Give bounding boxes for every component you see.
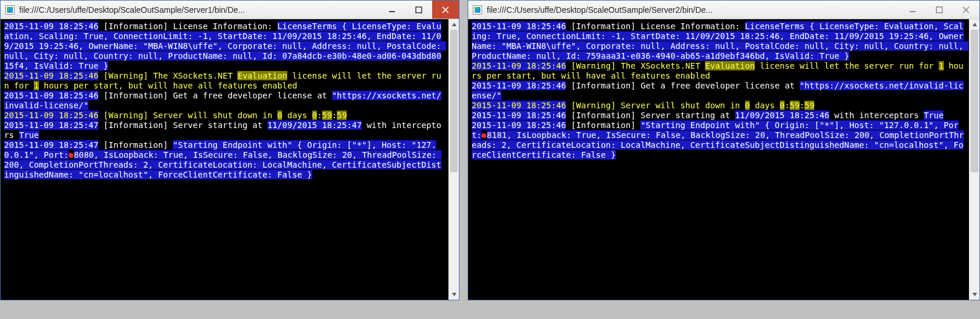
log-text: Server starting at (640, 111, 735, 120)
interceptors-flag: True (19, 130, 39, 140)
svg-marker-10 (972, 23, 977, 26)
vertical-scrollbar[interactable] (448, 19, 459, 300)
log-text: Get a free developer license at (640, 81, 799, 90)
close-button[interactable] (432, 1, 459, 19)
timestamp: 2015-11-09 18:25:46 (4, 71, 98, 80)
console-output-server2: 2015-11-09 18:25:46 [Information] Licens… (468, 19, 969, 300)
license-id: 759aaa31-e036-4940-ab65-a1d9ebf346bd (586, 51, 765, 61)
endpoint-label: "Starting Endpoint with" (640, 120, 760, 130)
log-text: Server will shut down in (153, 111, 277, 120)
log-text: license will let the server run for (755, 61, 939, 70)
scroll-track[interactable] (449, 30, 459, 289)
timestamp: 2015-11-09 18:25:47 (4, 140, 98, 150)
countdown-m: 59 (322, 111, 332, 120)
dot-icon (482, 133, 486, 138)
license-terms-tail: , IsValid: True } (24, 61, 108, 70)
svg-marker-5 (452, 293, 457, 296)
log-level: [Information] (566, 120, 640, 130)
window-server2: file:///C:/Users/uffe/Desktop/ScaleOutSa… (468, 0, 980, 300)
log-text: days (282, 111, 312, 120)
log-text: License Information: (640, 22, 740, 31)
log-level: [Warning] (98, 71, 153, 80)
window-title: file:///C:/Users/uffe/Desktop/ScaleOutSa… (487, 5, 899, 15)
endpoint-label: "Starting Endpoint with" (173, 140, 292, 150)
license-terms-tail: , IsValid: True } (765, 51, 849, 61)
log-text: The XSockets.NET (621, 61, 705, 70)
window-title: file:///C:/Users/uffe/Desktop/ScaleOutSa… (19, 5, 379, 15)
log-level: [Information] (566, 111, 640, 120)
log-text: Get a free developer license at (173, 91, 332, 100)
log-level: [Information] (98, 120, 173, 130)
log-text: hours per start, but will have all featu… (39, 81, 297, 90)
titlebar-server1[interactable]: file:///C:/Users/uffe/Desktop/ScaleOutSa… (1, 1, 459, 19)
scroll-track[interactable] (970, 30, 979, 289)
timestamp: 2015-11-09 18:25:46 (472, 120, 566, 130)
titlebar-server2[interactable]: file:///C:/Users/uffe/Desktop/ScaleOutSa… (468, 1, 979, 19)
svg-marker-4 (452, 23, 457, 26)
vertical-scrollbar[interactable] (969, 19, 979, 300)
timestamp: 2015-11-09 18:25:46 (4, 22, 98, 31)
svg-marker-11 (972, 293, 977, 296)
log-level: [Information] (98, 22, 173, 31)
scroll-up-button[interactable] (970, 19, 979, 30)
scroll-thumb[interactable] (450, 30, 458, 172)
highlight-evaluation: Evaluation (705, 61, 754, 70)
maximize-button[interactable] (926, 1, 953, 19)
timestamp: 2015-11-09 18:25:47 (4, 120, 98, 130)
log-text: days (750, 101, 779, 110)
log-text: Server will shut down in (621, 101, 745, 110)
timestamp: 2015-11-09 18:25:46 (472, 22, 566, 31)
endpoint-port: 8080 (74, 150, 94, 160)
timestamp: 2015-11-09 18:25:46 (472, 111, 566, 120)
timestamp: 2015-11-09 18:25:46 (4, 91, 98, 100)
highlight-hours: 1 (939, 61, 944, 70)
highlight-evaluation: Evaluation (237, 71, 287, 80)
log-level: [Information] (98, 91, 173, 100)
log-level: [Warning] (98, 111, 153, 120)
log-text: License Information: (173, 22, 272, 31)
timestamp: 2015-11-09 18:25:46 (4, 111, 98, 120)
countdown-h: 0 (312, 111, 318, 120)
window-server1: file:///C:/Users/uffe/Desktop/ScaleOutSa… (0, 0, 459, 300)
start-time: 11/09/2015 18:25:46 (735, 111, 829, 120)
scroll-up-button[interactable] (449, 19, 459, 30)
console-area: 2015-11-09 18:25:46 [Information] Licens… (1, 19, 459, 300)
log-text: with interceptors (829, 111, 924, 120)
countdown-s: 59 (804, 101, 814, 110)
console-area: 2015-11-09 18:25:46 [Information] Licens… (468, 19, 979, 300)
interceptors-flag: True (924, 111, 943, 120)
app-icon (473, 5, 482, 15)
log-level: [Information] (566, 22, 640, 31)
minimize-button[interactable] (379, 1, 405, 19)
log-level: [Warning] (566, 101, 621, 110)
log-text: Server starting at (173, 120, 267, 130)
countdown-m: 59 (790, 101, 800, 110)
svg-rect-1 (416, 7, 422, 13)
log-level: [Information] (566, 81, 640, 90)
window-controls (379, 1, 459, 19)
start-time: 11/09/2015 18:25:47 (268, 120, 362, 130)
app-icon (5, 5, 15, 15)
window-controls (899, 1, 979, 19)
log-text: The XSockets.NET (153, 71, 237, 80)
timestamp: 2015-11-09 18:25:46 (472, 101, 566, 110)
countdown-s: 59 (337, 111, 347, 120)
log-level: [Information] (98, 140, 173, 150)
endpoint-port: 8181 (487, 130, 507, 140)
endpoint-props-tail: , IsLoopback: True, IsSecure: False, Bac… (472, 130, 964, 160)
svg-rect-7 (936, 7, 942, 13)
dot-icon (69, 153, 73, 158)
window-gap (459, 0, 468, 319)
console-output-server1: 2015-11-09 18:25:46 [Information] Licens… (1, 19, 448, 300)
timestamp: 2015-11-09 18:25:46 (472, 61, 566, 70)
log-level: [Warning] (566, 61, 621, 70)
timestamp: 2015-11-09 18:25:46 (472, 81, 566, 90)
scroll-down-button[interactable] (970, 289, 979, 300)
countdown-h: 0 (780, 101, 785, 110)
scroll-down-button[interactable] (449, 289, 459, 300)
highlight-hours: 1 (34, 81, 39, 90)
maximize-button[interactable] (405, 1, 432, 19)
scroll-thumb[interactable] (971, 30, 978, 172)
close-button[interactable] (953, 1, 979, 19)
minimize-button[interactable] (899, 1, 926, 19)
